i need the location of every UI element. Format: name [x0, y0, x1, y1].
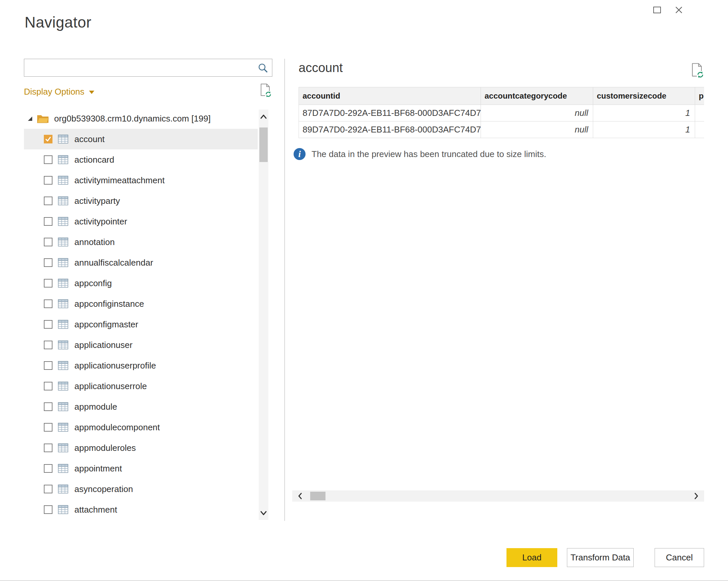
checkbox-appmodule[interactable]	[44, 402, 52, 411]
table-icon	[58, 484, 69, 494]
preview-cell: null	[481, 105, 593, 122]
preview-title: account	[298, 61, 343, 75]
table-list-item-asyncoperation[interactable]: asyncoperation	[24, 479, 258, 499]
load-button[interactable]: Load	[506, 548, 557, 567]
table-icon	[58, 237, 69, 247]
maximize-button[interactable]	[650, 3, 664, 17]
table-list-item-activitypointer[interactable]: activitypointer	[24, 211, 258, 232]
table-list-item-label: appconfiginstance	[74, 299, 144, 309]
table-list-item-appointment[interactable]: appointment	[24, 458, 258, 479]
preview-column-header-accountid: accountid	[299, 87, 481, 105]
table-list-item-applicationuser[interactable]: applicationuser	[24, 335, 258, 355]
display-options-label: Display Options	[24, 87, 84, 97]
checkbox-applicationuserprofile[interactable]	[44, 361, 52, 370]
scroll-right-icon[interactable]	[690, 491, 702, 502]
table-list-item-attachment[interactable]: attachment	[24, 499, 258, 520]
table-list-item-label: annotation	[74, 237, 114, 247]
display-options-dropdown[interactable]: Display Options	[24, 85, 94, 98]
collapse-triangle-icon[interactable]	[28, 116, 32, 121]
table-icon	[58, 381, 69, 391]
preview-cell: 1	[593, 122, 695, 138]
table-list-item-applicationuserrole[interactable]: applicationuserrole	[24, 376, 258, 396]
table-icon	[58, 196, 69, 206]
preview-cell: 87D7A7D0-292A-EB11-BF68-000D3AFC74D7	[299, 105, 481, 122]
panel-divider	[284, 59, 285, 521]
table-icon	[58, 299, 69, 309]
table-list-item-activityparty[interactable]: activityparty	[24, 190, 258, 211]
table-list-item-activitymimeattachment[interactable]: activitymimeattachment	[24, 170, 258, 190]
preview-cell: 89D7A7D0-292A-EB11-BF68-000D3AFC74D7	[299, 122, 481, 138]
checkbox-asyncoperation[interactable]	[44, 485, 52, 493]
table-list-item-appconfigmaster[interactable]: appconfigmaster	[24, 314, 258, 335]
checkbox-activityparty[interactable]	[44, 196, 52, 205]
preview-cell	[695, 122, 704, 138]
tree-scrollbar-thumb[interactable]	[259, 128, 268, 162]
table-list-item-annotation[interactable]: annotation	[24, 232, 258, 252]
checkbox-attachment[interactable]	[44, 505, 52, 514]
tree-scrollbar[interactable]	[259, 110, 268, 520]
scroll-up-icon[interactable]	[259, 110, 268, 123]
table-icon	[58, 279, 69, 288]
refresh-document-icon	[690, 62, 705, 79]
navigator-dialog: Navigator Display Options	[0, 0, 728, 581]
checkbox-activitymimeattachment[interactable]	[44, 176, 52, 185]
table-list-item-label: account	[74, 134, 105, 144]
refresh-list-button[interactable]	[259, 83, 272, 99]
checkbox-appconfigmaster[interactable]	[44, 320, 52, 329]
table-list-item-appconfiginstance[interactable]: appconfiginstance	[24, 293, 258, 314]
preview-scrollbar-thumb[interactable]	[310, 492, 326, 500]
checkbox-annotation[interactable]	[44, 238, 52, 246]
cancel-button[interactable]: Cancel	[655, 548, 704, 567]
preview-cell	[695, 105, 704, 122]
preview-cell: 1	[593, 105, 695, 122]
table-icon	[58, 464, 69, 473]
refresh-preview-button[interactable]	[690, 62, 705, 80]
checkbox-appconfiginstance[interactable]	[44, 299, 52, 308]
table-icon	[58, 361, 69, 370]
table-list-item-label: activityparty	[74, 196, 120, 206]
table-icon	[58, 443, 69, 452]
table-list-item-applicationuserprofile[interactable]: applicationuserprofile	[24, 355, 258, 376]
checkbox-actioncard[interactable]	[44, 155, 52, 164]
truncation-notice: i The data in the preview has been trunc…	[293, 148, 546, 160]
chevron-down-icon	[89, 90, 94, 94]
page-title: Navigator	[25, 13, 91, 31]
table-list-item-appmodulecomponent[interactable]: appmodulecomponent	[24, 417, 258, 438]
table-list-item-annualfiscalcalendar[interactable]: annualfiscalcalendar	[24, 252, 258, 273]
checkbox-applicationuserrole[interactable]	[44, 382, 52, 391]
checkbox-appointment[interactable]	[44, 464, 52, 473]
table-list-item-appmodule[interactable]: appmodule	[24, 396, 258, 417]
checkbox-appmoduleroles[interactable]	[44, 444, 52, 452]
table-list-item-label: asyncoperation	[74, 484, 133, 494]
preview-row: 89D7A7D0-292A-EB11-BF68-000D3AFC74D7null…	[299, 122, 704, 138]
checkbox-applicationuser[interactable]	[44, 341, 52, 349]
table-list-item-label: appmoduleroles	[74, 443, 136, 453]
table-icon	[58, 258, 69, 267]
search-input[interactable]	[24, 59, 261, 76]
table-list-item-account[interactable]: account	[24, 129, 258, 150]
table-list-item-label: attachment	[74, 505, 117, 515]
checkbox-activitypointer[interactable]	[44, 217, 52, 226]
checkbox-annualfiscalcalendar[interactable]	[44, 258, 52, 267]
table-list: accountactioncardactivitymimeattachmenta…	[24, 129, 258, 520]
checkbox-appconfig[interactable]	[44, 279, 52, 288]
tree-root-item[interactable]: org0b539308.crm10.dynamics.com [199]	[24, 108, 258, 129]
checkbox-account[interactable]	[44, 135, 52, 143]
table-list-item-appmoduleroles[interactable]: appmoduleroles	[24, 438, 258, 458]
scroll-left-icon[interactable]	[294, 491, 306, 502]
table-list-item-actioncard[interactable]: actioncard	[24, 150, 258, 170]
preview-scrollbar[interactable]	[292, 491, 704, 502]
close-button[interactable]	[672, 3, 685, 17]
table-list-item-appconfig[interactable]: appconfig	[24, 273, 258, 293]
search-box	[24, 59, 272, 77]
table-icon	[58, 134, 69, 144]
table-icon	[58, 340, 69, 350]
preview-column-header-customersizecode: customersizecode	[593, 87, 695, 105]
preview-table: accountidaccountcategorycodecustomersize…	[298, 87, 704, 138]
scroll-down-icon[interactable]	[259, 507, 268, 519]
maximize-icon	[651, 4, 663, 16]
table-list-item-label: activitymimeattachment	[74, 175, 165, 186]
transform-data-button[interactable]: Transform Data	[567, 548, 634, 567]
table-list-item-label: appmodulecomponent	[74, 422, 160, 432]
checkbox-appmodulecomponent[interactable]	[44, 423, 52, 431]
